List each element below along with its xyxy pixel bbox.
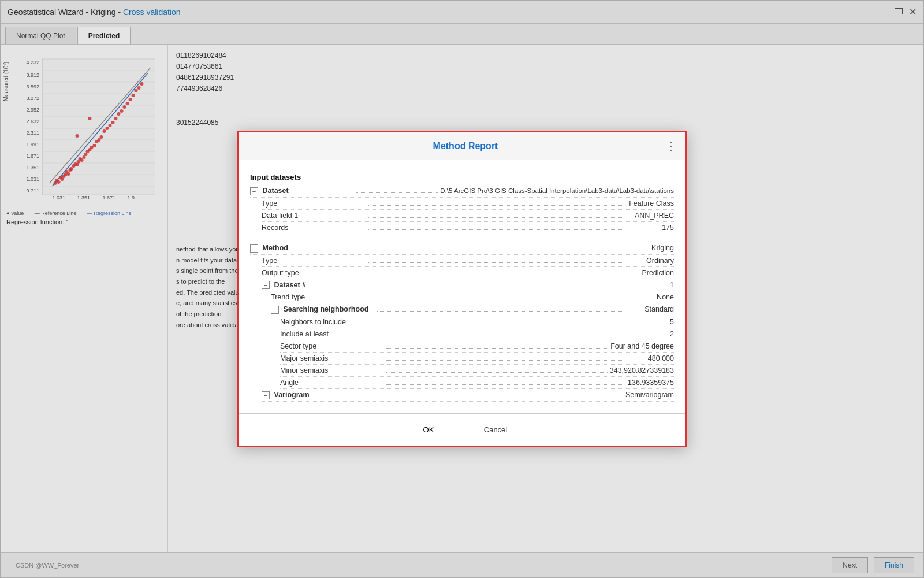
neighbors-value: 5 xyxy=(628,318,674,326)
variogram-value: Semivariogram xyxy=(625,391,674,399)
variogram-row: − Variogram Semivariogram xyxy=(262,389,674,402)
dataset-row: − Dataset D:\5 ArcGIS Pro\3 GIS Class-Sp… xyxy=(250,185,674,198)
cancel-button[interactable]: Cancel xyxy=(467,421,524,438)
output-type-row: Output type Prediction xyxy=(262,267,674,279)
modal-dialog: Method Report ⋮ Input datasets − Dataset xyxy=(237,131,687,447)
output-type-value: Prediction xyxy=(628,269,674,277)
modal-title: Method Report xyxy=(265,141,666,151)
modal-body[interactable]: Input datasets − Dataset D:\5 ArcGIS Pro… xyxy=(239,160,685,413)
modal-menu-icon[interactable]: ⋮ xyxy=(666,140,676,153)
major-semiaxis-value: 480,000 xyxy=(628,354,674,362)
report-content: Input datasets − Dataset D:\5 ArcGIS Pro… xyxy=(239,160,685,413)
modal-overlay: Method Report ⋮ Input datasets − Dataset xyxy=(1,1,923,577)
sector-type-value: Four and 45 degree xyxy=(610,342,674,350)
minor-semiaxis-value: 343,920.827339183 xyxy=(610,366,674,375)
dataset-value: D:\5 ArcGIS Pro\3 GIS Class-Spatial Inte… xyxy=(440,187,674,194)
angle-value: 136.93359375 xyxy=(628,379,674,387)
dataset-hash-value: 1 xyxy=(628,281,674,289)
collapse-dataset-hash[interactable]: − xyxy=(262,281,270,289)
type-row: Type Feature Class xyxy=(262,198,674,210)
modal-footer: OK Cancel xyxy=(239,413,685,446)
method-value: Kriging xyxy=(628,244,674,252)
include-at-least-row: Include at least 2 xyxy=(280,328,674,340)
angle-row: Angle 136.93359375 xyxy=(280,377,674,389)
major-semiaxis-row: Major semiaxis 480,000 xyxy=(280,353,674,365)
dataset-hash-row: − Dataset # 1 xyxy=(262,279,674,292)
input-datasets-header: Input datasets xyxy=(250,173,674,181)
searching-neighborhood-value: Standard xyxy=(628,305,674,313)
records-value: 175 xyxy=(628,224,674,232)
data-field-row: Data field 1 ANN_PREC xyxy=(262,210,674,222)
ok-button[interactable]: OK xyxy=(400,421,457,438)
neighbors-row: Neighbors to include 5 xyxy=(280,316,674,328)
minor-semiaxis-row: Minor semiaxis 343,920.827339183 xyxy=(280,365,674,377)
modal-header: Method Report ⋮ xyxy=(239,132,685,160)
collapse-method[interactable]: − xyxy=(250,244,258,253)
records-row: Records 175 xyxy=(262,222,674,234)
collapse-variogram[interactable]: − xyxy=(262,391,270,399)
data-field-value: ANN_PREC xyxy=(628,212,674,220)
method-type-row: Type Ordinary xyxy=(262,255,674,267)
type-value: Feature Class xyxy=(628,199,674,208)
collapse-dataset[interactable]: − xyxy=(250,187,258,195)
method-type-value: Ordinary xyxy=(628,257,674,265)
searching-neighborhood-row: − Searching neighborhood Standard xyxy=(271,303,674,316)
sector-type-row: Sector type Four and 45 degree xyxy=(280,340,674,353)
trend-type-row: Trend type None xyxy=(271,291,674,303)
trend-type-value: None xyxy=(628,293,674,301)
include-at-least-value: 2 xyxy=(628,330,674,338)
method-row: − Method Kriging xyxy=(250,242,674,255)
collapse-searching[interactable]: − xyxy=(271,306,279,314)
main-window: Geostatistical Wizard - Kriging - Cross … xyxy=(0,0,924,578)
